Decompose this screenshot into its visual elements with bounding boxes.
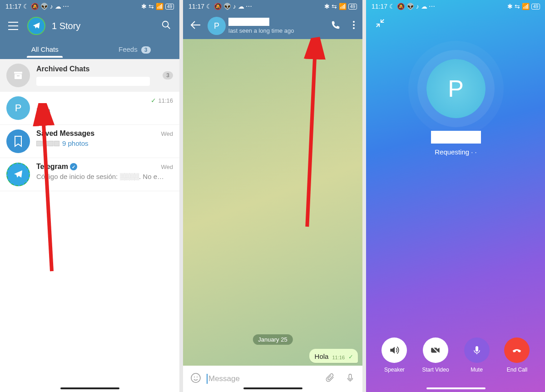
- more-button[interactable]: [348, 16, 360, 36]
- story-ring[interactable]: [27, 17, 45, 35]
- hamburger-icon: [8, 22, 18, 30]
- text-cursor: [207, 374, 208, 384]
- nav-bar[interactable]: [243, 387, 302, 389]
- archived-title: Archived Chats: [36, 65, 156, 73]
- chat-item-p[interactable]: P ✓11:16 Hola: [0, 92, 179, 125]
- svg-point-9: [191, 373, 200, 382]
- app-header: 1 Story: [0, 13, 179, 39]
- chat-name: Telegram ✓: [36, 163, 77, 171]
- contact-info[interactable]: last seen a long time ago: [228, 18, 323, 34]
- contact-name-redacted: [228, 18, 269, 26]
- svg-point-7: [353, 24, 355, 26]
- mute-button[interactable]: Mute: [464, 337, 490, 373]
- svg-rect-17: [476, 346, 478, 352]
- archived-preview: [36, 77, 150, 86]
- svg-point-0: [163, 21, 168, 27]
- chat-header: P last seen a long time ago: [183, 13, 362, 39]
- back-button[interactable]: [186, 16, 205, 36]
- call-screen: 11:17☾ 🔕 👽 ♪ ☁ ⋯ ✱ ⇆ 📶49 P Requesting · …: [366, 0, 545, 392]
- mic-button[interactable]: [342, 370, 358, 387]
- speaker-button[interactable]: Speaker: [382, 337, 407, 373]
- call-status: Requesting · ·: [435, 148, 477, 156]
- paperclip-icon: [325, 373, 335, 383]
- call-name-redacted: [431, 131, 481, 144]
- call-controls: Speaker Start Video Mute End Call: [366, 337, 545, 373]
- svg-rect-1: [14, 72, 22, 74]
- chat-preview: Código de inicio de sesión: ░░░░. No e…: [36, 173, 173, 180]
- search-icon: [161, 20, 171, 30]
- svg-rect-3: [17, 75, 20, 76]
- nav-bar[interactable]: [426, 387, 486, 389]
- status-bar: 11:17☾ 🔕 👽 ♪ ☁ ⋯ ✱ ⇆ 📶49: [183, 0, 362, 13]
- svg-point-6: [353, 21, 355, 23]
- svg-point-8: [353, 27, 355, 29]
- message-text: Hola: [315, 352, 329, 360]
- archive-icon: [6, 64, 30, 87]
- check-icon: ✓: [151, 97, 156, 104]
- chat-name: Saved Messages: [36, 129, 94, 138]
- chat-screen: 11:17☾ 🔕 👽 ♪ ☁ ⋯ ✱ ⇆ 📶49 P last seen a l…: [183, 0, 362, 392]
- mic-icon: [345, 373, 355, 383]
- hangup-icon: [510, 344, 523, 357]
- svg-rect-12: [349, 374, 352, 379]
- check-icon: ✓: [348, 353, 353, 360]
- minimize-button[interactable]: [375, 18, 385, 30]
- video-off-icon: [430, 344, 441, 356]
- avatar: [6, 129, 30, 153]
- smile-icon: [190, 372, 201, 383]
- chat-list-screen: 11:17 ☾ 🔕 👽 ♪ ☁ ⋯ ✱ ⇆ 📶 49 1 Story All C…: [0, 0, 179, 392]
- telegram-icon: [13, 169, 24, 180]
- chat-time: Wed: [161, 130, 173, 137]
- end-call-button[interactable]: End Call: [504, 337, 530, 373]
- search-button[interactable]: [157, 15, 176, 36]
- minimize-icon: [375, 18, 385, 28]
- avatar: [6, 163, 30, 186]
- chat-item-saved[interactable]: Saved Messages Wed 9 photos: [0, 125, 179, 158]
- mic-icon: [471, 345, 482, 356]
- contact-avatar[interactable]: P: [208, 17, 226, 35]
- tab-all-chats[interactable]: All Chats: [0, 41, 90, 58]
- speaker-icon: [388, 344, 400, 356]
- signal-icons: ✱ ⇆ 📶: [141, 3, 164, 10]
- archived-badge: 3: [163, 71, 173, 79]
- emoji-button[interactable]: [188, 370, 204, 388]
- archived-chats[interactable]: Archived Chats 3: [0, 59, 179, 92]
- video-button[interactable]: Start Video: [422, 337, 449, 373]
- nav-bar[interactable]: [60, 387, 119, 389]
- chat-preview: Hola: [36, 106, 173, 114]
- svg-point-11: [197, 377, 198, 377]
- photo-thumbs: [36, 141, 59, 146]
- message-input[interactable]: [208, 374, 318, 383]
- back-icon: [190, 20, 200, 30]
- status-bar: 11:17☾ 🔕 👽 ♪ ☁ ⋯ ✱ ⇆ 📶49: [366, 0, 545, 13]
- more-icon: [352, 20, 355, 30]
- attach-button[interactable]: [322, 370, 338, 387]
- battery: 49: [165, 4, 174, 10]
- tabs: All Chats Feeds 3: [0, 39, 179, 59]
- avatar: P: [6, 96, 30, 120]
- svg-point-10: [194, 377, 195, 377]
- tab-feeds[interactable]: Feeds 3: [90, 41, 180, 58]
- svg-rect-2: [15, 74, 22, 79]
- chat-preview: 9 photos: [36, 139, 173, 147]
- verified-icon: ✓: [70, 163, 77, 170]
- chat-item-telegram[interactable]: Telegram ✓ Wed Código de inicio de sesió…: [0, 158, 179, 191]
- date-separator: January 25: [253, 334, 292, 345]
- telegram-icon: [32, 21, 41, 30]
- phone-icon: [331, 20, 341, 30]
- status-icons: ☾ 🔕 👽 ♪ ☁ ⋯: [23, 3, 69, 10]
- header-title: 1 Story: [52, 21, 157, 31]
- call-avatar: P: [426, 59, 486, 118]
- messages-area[interactable]: January 25 Hola 11:16 ✓: [183, 39, 362, 366]
- clock: 11:17: [5, 3, 21, 10]
- message-bubble-sent[interactable]: Hola 11:16 ✓: [309, 349, 358, 363]
- last-seen: last seen a long time ago: [228, 27, 323, 34]
- chat-time: ✓11:16: [151, 97, 173, 104]
- menu-button[interactable]: [4, 17, 23, 35]
- feeds-badge: 3: [141, 46, 151, 54]
- chat-time: Wed: [161, 164, 173, 170]
- call-button[interactable]: [326, 15, 345, 36]
- bookmark-icon: [13, 135, 24, 147]
- chat-name: [36, 96, 38, 104]
- status-bar: 11:17 ☾ 🔕 👽 ♪ ☁ ⋯ ✱ ⇆ 📶 49: [0, 0, 179, 13]
